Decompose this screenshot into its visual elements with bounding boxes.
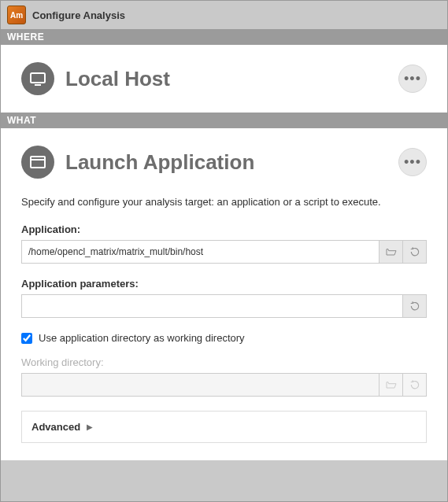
what-body: Launch Application ••• Specify and confi… xyxy=(1,128,447,460)
svg-rect-0 xyxy=(31,73,45,83)
titlebar-title: Configure Analysis xyxy=(32,9,125,21)
more-icon: ••• xyxy=(404,155,421,169)
svg-rect-1 xyxy=(35,84,41,86)
where-more-button[interactable]: ••• xyxy=(398,65,427,93)
application-reset-button[interactable] xyxy=(403,240,427,264)
app-icon: Am xyxy=(7,6,26,24)
working-dir-input xyxy=(21,373,380,397)
application-label: Application: xyxy=(21,223,427,235)
what-header: WHAT xyxy=(1,113,447,128)
reset-icon xyxy=(409,301,420,312)
svg-rect-2 xyxy=(31,157,45,168)
what-description: Specify and configure your analysis targ… xyxy=(21,196,427,208)
monitor-icon xyxy=(21,62,54,95)
what-more-button[interactable]: ••• xyxy=(398,148,427,176)
params-label: Application parameters: xyxy=(21,278,427,290)
folder-open-icon xyxy=(385,245,398,258)
chevron-right-icon: ▶ xyxy=(87,423,93,431)
app-window-icon xyxy=(21,146,54,179)
reset-icon xyxy=(409,379,420,390)
app-icon-text: Am xyxy=(10,11,23,20)
advanced-label: Advanced xyxy=(31,421,80,433)
working-dir-browse-button xyxy=(380,373,403,397)
more-icon: ••• xyxy=(404,72,421,86)
application-input[interactable] xyxy=(21,240,380,264)
folder-open-icon xyxy=(385,378,398,391)
working-dir-reset-button xyxy=(403,373,427,397)
titlebar: Am Configure Analysis xyxy=(1,1,447,29)
use-app-dir-label: Use application directory as working dir… xyxy=(39,332,245,344)
where-body: Local Host ••• xyxy=(1,45,447,113)
advanced-toggle[interactable]: Advanced ▶ xyxy=(21,411,427,443)
reset-icon xyxy=(409,246,420,257)
use-app-dir-checkbox[interactable] xyxy=(21,333,32,344)
working-dir-label: Working directory: xyxy=(21,356,427,368)
application-browse-button[interactable] xyxy=(380,240,403,264)
params-reset-button[interactable] xyxy=(403,294,427,318)
where-header: WHERE xyxy=(1,29,447,45)
params-input[interactable] xyxy=(21,294,403,318)
where-title: Local Host xyxy=(65,67,398,91)
what-title: Launch Application xyxy=(65,150,398,175)
